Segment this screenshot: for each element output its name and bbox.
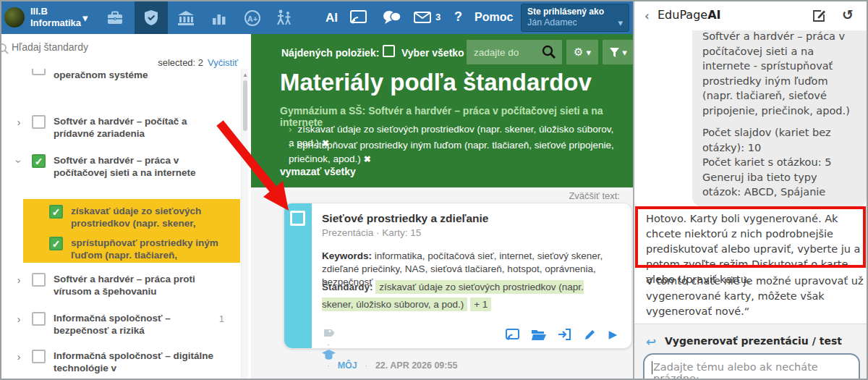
grades-nav-button[interactable]: A+ xyxy=(236,1,269,34)
excursions-nav-button[interactable] xyxy=(268,1,301,34)
results-nav-button[interactable] xyxy=(203,1,236,34)
tree-item-label: Softvér a hardvér – práca proti vírusom … xyxy=(54,273,221,297)
selected-count: selected: 2Vyčistiť xyxy=(158,57,238,68)
material-card[interactable]: Sieťové prostriedky a zdieľanie Prezentá… xyxy=(284,203,632,349)
chevron-down-icon[interactable]: ▾ xyxy=(82,12,88,25)
institution-nav-button[interactable] xyxy=(169,1,203,34)
question-mark-icon[interactable]: ? xyxy=(454,9,462,25)
panel-title-bold: AI xyxy=(707,8,720,22)
search-icon xyxy=(0,43,9,54)
settings-dropdown-button[interactable]: ⚙ ▾ xyxy=(566,40,598,64)
class-selector[interactable]: III.B Informatika xyxy=(30,6,81,29)
standard-tag-more[interactable]: + 1 xyxy=(470,297,491,311)
back-chevron-icon[interactable]: ‹ xyxy=(644,9,650,23)
ai-message-note: V tomto chate nie je možné upravovať už … xyxy=(646,274,864,319)
chat-scroll-area[interactable]: Softvér a hardvér – práca v počítačovej … xyxy=(634,30,868,324)
selected-count-label: selected: 2 xyxy=(158,57,203,68)
filter-label: sprístupňovať prostriedky iným ľuďom (na… xyxy=(289,140,614,164)
ai-nav-label[interactable]: AI xyxy=(326,11,338,25)
checkbox[interactable] xyxy=(32,273,46,287)
found-items-label: Nájdených položiek: 1 xyxy=(281,47,388,59)
bank-icon xyxy=(178,11,194,25)
materials-count: 1 xyxy=(219,313,224,324)
chevron-right-icon[interactable]: › xyxy=(14,313,23,325)
chat-input-placeholder: Zadajte tému alebo ak necháte prázdne: xyxy=(653,361,851,380)
card-standards: Štandardy: získavať údaje zo sieťových p… xyxy=(322,279,617,313)
user-message-bubble: Softvér a hardvér – práca v počítačovej … xyxy=(692,30,867,207)
active-filter: ›sprístupňovať prostriedky iným ľuďom (n… xyxy=(289,138,614,166)
logged-in-as-label: Ste prihlásený ako xyxy=(527,7,623,17)
card-title[interactable]: Sieťové prostriedky a zdieľanie xyxy=(322,212,489,225)
select-all-label[interactable]: Vyber všetko xyxy=(401,47,464,59)
graduation-cap-icon[interactable] xyxy=(322,350,336,360)
play-icon[interactable]: ▶ xyxy=(608,328,617,341)
select-all-checkbox[interactable] xyxy=(383,45,395,57)
filter-dropdown-button[interactable]: ▾ xyxy=(603,40,634,64)
chevron-right-icon[interactable]: › xyxy=(14,117,23,128)
chat-input-section: ↩ Vygenerovať prezentáciu / test Zadajte… xyxy=(634,324,868,380)
annotation-red-arrow xyxy=(197,110,302,222)
card-footer: · · MÔJ · 22. APR 2026 09:55 xyxy=(322,328,621,344)
briefcase-icon xyxy=(107,11,123,25)
chevron-down-icon: ▾ xyxy=(618,17,623,28)
avatar[interactable] xyxy=(4,7,25,28)
pencil-icon[interactable] xyxy=(584,329,596,341)
briefcase-nav-button[interactable] xyxy=(98,1,132,34)
standards-label: Štandardy: xyxy=(322,282,373,292)
svg-text:A+: A+ xyxy=(247,14,258,22)
checkbox-checked[interactable]: ✓ xyxy=(49,205,63,219)
chevron-right-icon[interactable]: › xyxy=(14,274,23,286)
import-arrow-icon[interactable] xyxy=(558,329,571,340)
chat-bubbles-icon xyxy=(383,10,401,25)
messages-nav-button[interactable] xyxy=(414,12,431,23)
checkbox[interactable] xyxy=(32,312,46,326)
help-nav-label[interactable]: Pomoc xyxy=(475,11,513,24)
user-name: Ján Adamec xyxy=(527,17,623,28)
chat-action-label[interactable]: Vygenerovať prezentáciu / test xyxy=(665,335,842,347)
chat-topic-input[interactable]: Zadajte tému alebo ak necháte prázdne: xyxy=(643,353,860,380)
checkbox[interactable] xyxy=(32,115,46,129)
zoom-text-label[interactable]: Zväčšiť text: xyxy=(251,190,620,201)
checkbox[interactable] xyxy=(32,69,46,75)
checkbox-checked[interactable]: ✓ xyxy=(49,237,63,250)
clear-selection-link[interactable]: Vyčistiť xyxy=(208,57,238,68)
standards-search-input[interactable] xyxy=(12,41,192,53)
search-icon[interactable] xyxy=(542,45,556,59)
bar-chart-icon xyxy=(212,12,226,25)
class-name-line1: III.B xyxy=(30,6,81,17)
scroll-up-icon[interactable]: ▲ xyxy=(242,72,248,78)
open-folder-icon[interactable] xyxy=(532,329,546,340)
edupage-ai-panel: ‹ EduPageAI ↺ Softvér a hardvér – práca … xyxy=(633,1,868,380)
remove-filter-icon[interactable]: ✖ xyxy=(364,154,371,164)
chat-nav-button[interactable] xyxy=(383,10,401,25)
history-icon[interactable]: ↺ xyxy=(842,7,854,22)
logged-in-user-dropdown[interactable]: Ste prihlásený ako Ján Adamec ▾ xyxy=(521,4,629,32)
checkbox-checked[interactable]: ✓ xyxy=(32,154,46,168)
cast-nav-button[interactable] xyxy=(350,10,367,25)
dot-separator: · xyxy=(327,360,330,371)
tree-item-label: operačnom systéme xyxy=(54,69,221,81)
materials-list: Zväčšiť text: Sieťové prostriedky a zdie… xyxy=(251,187,633,380)
card-actions: ▶ xyxy=(506,328,617,341)
panel-title: EduPageAI xyxy=(658,8,720,22)
owner-badge: MÔJ xyxy=(338,360,357,371)
materials-header: Nájdených položiek: 1 Vyber všetko ⚙ ▾ ▾… xyxy=(251,34,633,187)
cast-icon xyxy=(350,10,367,25)
funnel-icon xyxy=(610,48,619,57)
chevron-expanded-icon[interactable]: › xyxy=(13,157,25,166)
user-message-params: Počet slajdov (kariet bez otázky): 10 Po… xyxy=(702,125,857,200)
checkbox[interactable] xyxy=(32,350,46,363)
page-title: Materiály podľa štandardov xyxy=(280,69,592,96)
mail-badge: 3 xyxy=(435,12,441,22)
tag-icon[interactable] xyxy=(322,328,334,339)
tree-item-label: Informačná spoločnosť – bezpečnosť a riz… xyxy=(54,312,221,337)
walking-people-icon xyxy=(275,9,294,27)
text-cursor xyxy=(652,361,652,374)
standards-nav-button[interactable] xyxy=(135,1,168,34)
chevron-right-icon[interactable]: › xyxy=(14,351,23,363)
new-chat-icon[interactable] xyxy=(812,9,826,22)
envelope-icon xyxy=(414,12,431,23)
present-cast-icon[interactable] xyxy=(506,329,519,341)
shield-icon xyxy=(144,9,158,26)
card-date: 22. APR 2026 09:55 xyxy=(375,360,458,371)
